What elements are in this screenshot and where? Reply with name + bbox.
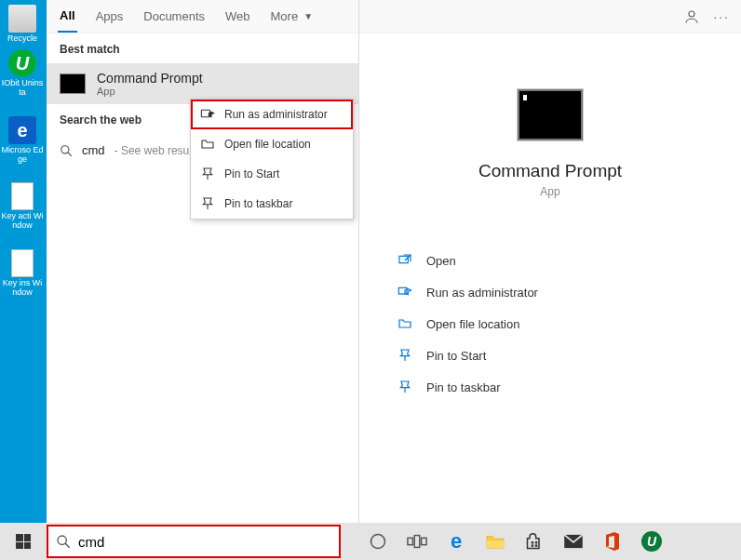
taskbar-search-box[interactable] [47, 525, 341, 558]
detail-actions: Open Run as administrator Open file loca… [359, 245, 741, 403]
svg-point-11 [58, 536, 66, 544]
taskbar-pinned-apps: e U [341, 523, 663, 560]
svg-rect-16 [422, 538, 427, 544]
desktop-icon-label: Recycle [1, 34, 44, 44]
desktop-icon-label: Key acti Window [1, 212, 44, 231]
context-menu: Run as administrator Open file location … [190, 99, 354, 220]
desktop-icon-keyins[interactable]: Key ins Window [0, 248, 45, 299]
chevron-down-icon: ▼ [303, 11, 313, 21]
office-icon[interactable] [601, 530, 624, 553]
desktop-icon-label: Microso Edge [1, 146, 44, 165]
action-label: Pin to taskbar [426, 380, 501, 394]
tab-all[interactable]: All [58, 0, 77, 33]
web-hint-text: - See web resul [115, 144, 192, 157]
svg-point-0 [61, 145, 69, 153]
desktop-icon-label: Key ins Window [1, 279, 44, 298]
svg-line-12 [65, 543, 70, 548]
ctx-pin-start[interactable]: Pin to Start [191, 159, 353, 189]
tab-web[interactable]: Web [223, 1, 252, 32]
result-detail-panel: ··· Command Prompt App Open Run as admin… [359, 0, 741, 523]
search-icon [56, 534, 71, 549]
ctx-pin-taskbar[interactable]: Pin to taskbar [191, 189, 353, 219]
open-icon [397, 252, 413, 269]
ctx-item-label: Run as administrator [224, 108, 328, 121]
action-label: Pin to Start [426, 349, 486, 363]
desktop-icon-edge[interactable]: e Microso Edge [0, 115, 45, 166]
result-subtitle: App [97, 86, 203, 97]
search-input[interactable] [78, 534, 331, 550]
admin-shield-icon [397, 284, 413, 300]
admin-shield-icon [200, 107, 215, 122]
svg-point-5 [689, 11, 694, 17]
document-icon [11, 249, 34, 277]
web-query-text: cmd [82, 143, 105, 157]
account-icon[interactable] [683, 8, 700, 25]
search-icon [60, 144, 73, 157]
detail-subtitle: App [359, 185, 741, 198]
mail-icon[interactable] [562, 530, 585, 553]
detail-title: Command Prompt [359, 161, 741, 181]
svg-rect-18 [532, 541, 534, 544]
action-label: Open file location [426, 317, 519, 331]
start-button[interactable] [0, 523, 47, 560]
svg-rect-15 [414, 536, 420, 548]
action-open-location[interactable]: Open file location [397, 308, 741, 340]
ctx-open-location[interactable]: Open file location [191, 129, 353, 159]
action-label: Run as administrator [426, 286, 538, 300]
file-explorer-icon[interactable] [484, 530, 506, 553]
pin-icon [200, 167, 215, 181]
iobit-taskbar-icon[interactable]: U [640, 530, 663, 553]
tab-apps[interactable]: Apps [94, 1, 126, 32]
svg-rect-20 [532, 544, 534, 547]
desktop-icon-recycle[interactable]: Recycle [0, 4, 45, 45]
folder-icon [200, 137, 215, 152]
recycle-bin-icon [8, 5, 36, 33]
svg-rect-14 [408, 538, 413, 544]
svg-rect-19 [535, 541, 538, 544]
action-open[interactable]: Open [397, 245, 741, 276]
ctx-item-label: Open file location [224, 138, 311, 151]
search-filter-tabs: All Apps Documents Web More ▼ [47, 0, 358, 33]
search-results-panel: All Apps Documents Web More ▼ Best match… [47, 0, 359, 523]
result-title: Command Prompt [97, 71, 203, 86]
task-view-icon[interactable] [406, 530, 428, 553]
action-run-admin[interactable]: Run as administrator [397, 276, 741, 308]
desktop-background: Recycle U IObit Uninsta e Microso Edge K… [0, 0, 47, 523]
cmd-prompt-icon [518, 89, 583, 140]
ctx-item-label: Pin to Start [224, 167, 279, 180]
iobit-icon: U [8, 49, 36, 77]
cmd-prompt-icon [60, 73, 86, 94]
folder-icon [397, 315, 413, 332]
best-match-label: Best match [47, 33, 358, 63]
edge-browser-icon[interactable]: e [445, 530, 467, 553]
store-icon[interactable] [523, 530, 546, 553]
edge-icon: e [8, 116, 36, 144]
ctx-run-as-admin[interactable]: Run as administrator [191, 100, 353, 129]
document-icon [11, 182, 34, 210]
svg-rect-17 [487, 540, 504, 548]
action-label: Open [426, 254, 456, 268]
svg-rect-6 [399, 256, 408, 262]
more-options-icon[interactable]: ··· [713, 9, 730, 24]
tab-more[interactable]: More [269, 1, 301, 32]
pin-icon [397, 379, 413, 395]
ctx-item-label: Pin to taskbar [224, 197, 292, 210]
pin-icon [200, 196, 215, 211]
action-pin-start[interactable]: Pin to Start [397, 340, 741, 371]
desktop-icon-label: IObit Uninsta [1, 79, 44, 98]
tab-documents[interactable]: Documents [141, 1, 207, 32]
svg-rect-21 [535, 544, 538, 547]
svg-line-1 [68, 152, 72, 155]
desktop-icon-iobit[interactable]: U IObit Uninsta [0, 48, 45, 99]
action-pin-taskbar[interactable]: Pin to taskbar [397, 371, 741, 403]
taskbar: e U [0, 523, 741, 560]
svg-point-13 [371, 535, 385, 549]
windows-icon [16, 534, 31, 549]
pin-icon [397, 347, 413, 364]
cortana-icon[interactable] [367, 530, 389, 553]
desktop-icon-keyact[interactable]: Key acti Window [0, 181, 45, 232]
